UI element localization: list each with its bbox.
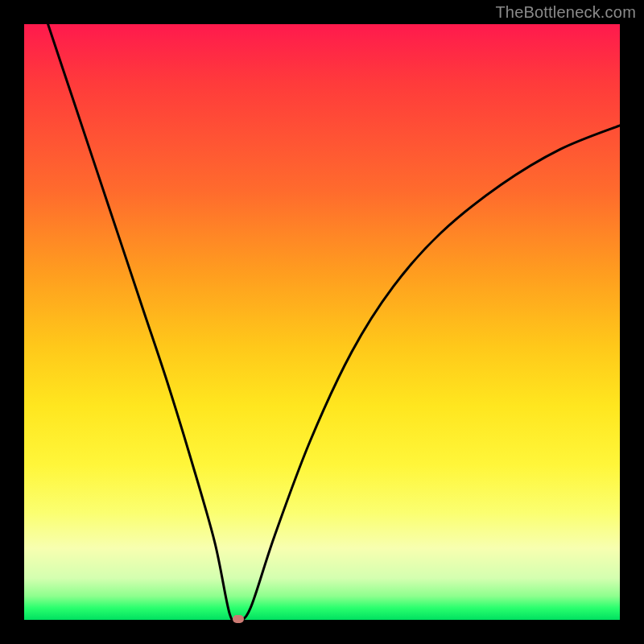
- chart-frame: TheBottleneck.com: [0, 0, 644, 644]
- bottleneck-curve: [24, 24, 620, 620]
- minimum-marker: [233, 615, 244, 623]
- plot-area: [24, 24, 620, 620]
- watermark-text: TheBottleneck.com: [495, 3, 636, 22]
